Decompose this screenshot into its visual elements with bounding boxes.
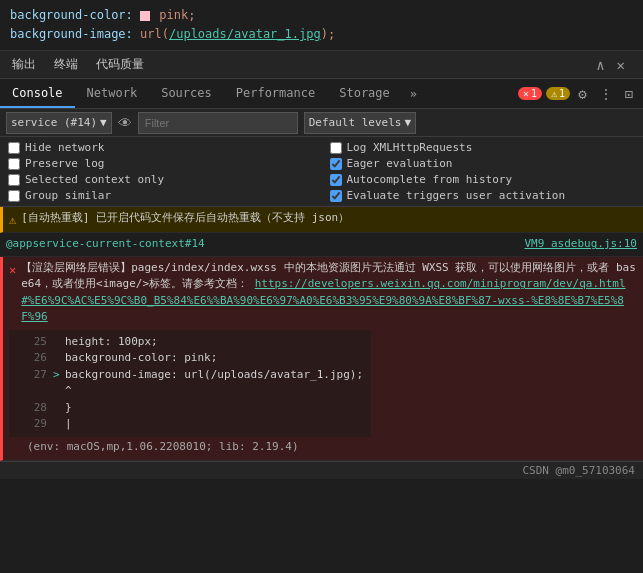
warn-icon: ⚠ [9,211,16,229]
line-code-3: ^ [65,383,72,400]
settings-icon[interactable]: ⚙ [574,84,590,104]
tab-console[interactable]: Console [0,79,75,108]
code-line-2: background-image: url(/uploads/avatar_1.… [10,25,633,44]
info-text: @appservice-current-context#14 [6,236,516,253]
code-block-line-2: 27 > background-image: url(/uploads/avat… [17,367,363,384]
option-log-xhr: Log XMLHttpRequests [330,141,636,154]
option-autocomplete: Autocomplete from history [330,173,636,186]
prop-value-1: pink; [159,8,195,22]
filter-bar: service (#14) ▼ 👁 Default levels ▼ [0,109,643,137]
line-num-0: 25 [17,334,47,351]
line-code-1: background-color: pink; [65,350,217,367]
option-preserve-log: Preserve log [8,157,314,170]
more-icon[interactable]: ⋮ [595,84,617,104]
code-block-line-5: 29 | [17,416,363,433]
code-line-1: background-color: pink; [10,6,633,25]
levels-dropdown-icon: ▼ [404,116,411,129]
toolbar-quality[interactable]: 代码质量 [92,54,148,75]
filter-input[interactable] [138,112,298,134]
line-arrow-2: > [53,367,65,384]
code-block-line-1: 26 background-color: pink; [17,350,363,367]
checkbox-preserve-log[interactable] [8,158,20,170]
checkbox-eager-eval[interactable] [330,158,342,170]
line-num-5: 29 [17,416,47,433]
service-label: service (#14) [11,116,97,129]
devtools-toolbar: 输出 终端 代码质量 ∧ ✕ [0,51,643,79]
label-eval-triggers: Evaluate triggers user activation [347,189,566,202]
line-code-2: background-image: url(/uploads/avatar_1.… [65,367,363,384]
checkbox-hide-network[interactable] [8,142,20,154]
checkbox-selected-context[interactable] [8,174,20,186]
error-code-block: 25 height: 100px; 26 background-color: p… [9,330,371,437]
dock-icon[interactable]: ⊡ [621,84,637,104]
color-swatch [140,11,150,21]
label-log-xhr: Log XMLHttpRequests [347,141,473,154]
tab-storage[interactable]: Storage [327,79,402,108]
tab-sources[interactable]: Sources [149,79,224,108]
line-code-0: height: 100px; [65,334,158,351]
code-block-line-4: 28 } [17,400,363,417]
service-select[interactable]: service (#14) ▼ [6,112,112,134]
tab-overflow[interactable]: » [402,79,425,108]
code-block-line-0: 25 height: 100px; [17,334,363,351]
label-eager-eval: Eager evaluation [347,157,453,170]
tabs-bar: Console Network Sources Performance Stor… [0,79,643,109]
collapse-icon[interactable]: ∧ [592,55,608,75]
label-hide-network: Hide network [25,141,104,154]
error-text: 【渲染层网络层错误】pages/index/index.wxss 中的本地资源图… [21,260,637,326]
option-eager-eval: Eager evaluation [330,157,636,170]
error-footer: (env: macOS,mp,1.06.2208010; lib: 2.19.4… [9,437,317,458]
levels-select[interactable]: Default levels ▼ [304,112,416,134]
line-num-2: 27 [17,367,47,384]
prop-name-2: background-image: [10,27,133,41]
console-area: ⚠ [自动热重载] 已开启代码文件保存后自动热重载（不支持 json） @app… [0,207,643,461]
label-selected-context: Selected context only [25,173,164,186]
console-msg-info: @appservice-current-context#14 VM9 asdeb… [0,233,643,257]
code-block-line-3: ^ [17,383,363,400]
eye-icon[interactable]: 👁 [118,115,132,131]
code-section: background-color: pink; background-image… [0,0,643,51]
warning-badge: ⚠ 1 [546,87,570,100]
checkbox-group-similar[interactable] [8,190,20,202]
line-num-1: 26 [17,350,47,367]
console-msg-warning: ⚠ [自动热重载] 已开启代码文件保存后自动热重载（不支持 json） [0,207,643,233]
tab-network[interactable]: Network [75,79,150,108]
tab-performance[interactable]: Performance [224,79,327,108]
watermark: CSDN @m0_57103064 [522,464,635,477]
prop-link[interactable]: /uploads/avatar_1.jpg [169,27,321,41]
line-code-5: | [65,416,72,433]
prop-name-1: background-color: [10,8,133,22]
prop-value-2b: ); [321,27,335,41]
prop-value-2a: url( [140,27,169,41]
options-col-right: Log XMLHttpRequests Eager evaluation Aut… [322,137,644,206]
info-source[interactable]: VM9 asdebug.js:10 [524,236,637,253]
levels-label: Default levels [309,116,402,129]
toolbar-terminal[interactable]: 终端 [50,54,82,75]
label-group-similar: Group similar [25,189,111,202]
service-dropdown-icon: ▼ [100,116,107,129]
toolbar-output[interactable]: 输出 [8,54,40,75]
options-col-left: Hide network Preserve log Selected conte… [0,137,322,206]
line-num-4: 28 [17,400,47,417]
option-hide-network: Hide network [8,141,314,154]
error-badge: ✕ 1 [518,87,542,100]
warning-text: [自动热重载] 已开启代码文件保存后自动热重载（不支持 json） [21,210,637,227]
label-autocomplete: Autocomplete from history [347,173,513,186]
bottom-bar: CSDN @m0_57103064 [0,461,643,479]
close-icon[interactable]: ✕ [613,55,629,75]
console-msg-error: ✕ 【渲染层网络层错误】pages/index/index.wxss 中的本地资… [0,257,643,462]
options-section: Hide network Preserve log Selected conte… [0,137,643,207]
checkbox-eval-triggers[interactable] [330,190,342,202]
checkbox-log-xhr[interactable] [330,142,342,154]
option-group-similar: Group similar [8,189,314,202]
checkbox-autocomplete[interactable] [330,174,342,186]
err-icon: ✕ [9,261,16,279]
label-preserve-log: Preserve log [25,157,104,170]
option-eval-triggers: Evaluate triggers user activation [330,189,636,202]
line-code-4: } [65,400,72,417]
option-selected-context: Selected context only [8,173,314,186]
